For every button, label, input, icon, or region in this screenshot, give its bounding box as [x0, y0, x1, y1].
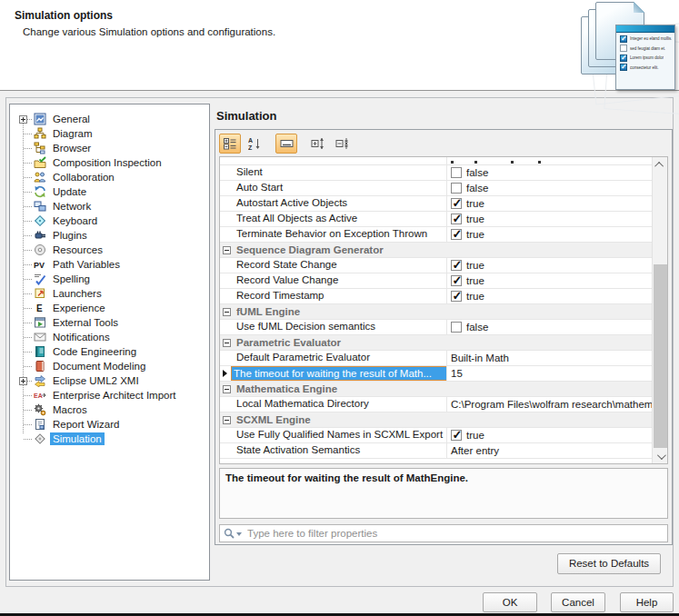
property-row[interactable]: Treat All Objects as Active true [220, 212, 652, 227]
expand-plus-icon[interactable] [19, 377, 27, 385]
property-row[interactable]: Silent false [220, 165, 652, 181]
property-row[interactable]: Autostart Active Objects true [220, 196, 652, 212]
property-row-clipped[interactable] [220, 157, 652, 165]
property-value-text: true [466, 198, 484, 209]
filter-field[interactable] [219, 524, 668, 542]
svg-text:Z: Z [248, 144, 253, 151]
tree-item-code-engineering[interactable]: Code Engineering [10, 344, 209, 359]
tree-item-plugins[interactable]: Plugins [10, 228, 209, 243]
property-row[interactable]: Default Parametric Evaluator Built-in Ma… [220, 351, 652, 366]
checklist-card-icon: Integer eu eland mollis. sed feugiat dia… [615, 25, 675, 90]
scroll-down-button[interactable] [653, 449, 668, 463]
tree-item-resources[interactable]: Resources [10, 243, 209, 257]
property-row[interactable]: Record Timestamp true [220, 289, 652, 304]
tree-item-external-tools[interactable]: External Tools [10, 315, 209, 330]
tree-item-label: Document Modeling [50, 360, 148, 373]
property-name: Use Fully Qualified Names in SCXML Expor… [220, 428, 447, 442]
checkbox-checked-icon[interactable] [451, 229, 462, 240]
checkbox-checked-icon[interactable] [451, 260, 462, 271]
show-description-button[interactable] [275, 134, 297, 154]
tree-item-browser[interactable]: Browser [10, 141, 209, 155]
group-row[interactable]: Parametric Evaluator [220, 335, 652, 351]
checkbox-unchecked-icon[interactable] [451, 322, 462, 333]
help-button[interactable]: Help [620, 592, 674, 612]
checkbox-checked-icon[interactable] [451, 214, 462, 224]
property-row[interactable]: Use Fully Qualified Names in SCXML Expor… [220, 428, 652, 443]
network-icon [34, 200, 46, 213]
checkbox-checked-icon[interactable] [451, 198, 462, 209]
collapse-all-icon [335, 137, 350, 150]
tree-item-notifications[interactable]: Notifications [10, 330, 209, 344]
filter-dropdown-arrow-icon[interactable] [236, 532, 242, 536]
property-name: Use fUML Decision semantics [220, 320, 447, 334]
reset-to-defaults-button[interactable]: Reset to Defaults [557, 553, 661, 574]
tree-item-general[interactable]: General [10, 112, 209, 126]
collapse-minus-icon[interactable] [223, 339, 231, 347]
tree-item-experience[interactable]: E Experience [10, 301, 209, 315]
property-row[interactable]: Record State Change true [220, 258, 652, 273]
checkbox-checked-icon[interactable] [451, 291, 462, 302]
tree-item-keyboard[interactable]: Keyboard [10, 214, 209, 228]
tree-item-label: Launchers [50, 287, 105, 300]
property-name: Auto Start [220, 181, 447, 195]
property-name: Record State Change [220, 258, 447, 273]
checked-box-icon [620, 55, 627, 62]
categorized-view-button[interactable] [219, 134, 241, 154]
tree-item-spelling[interactable]: Spelling [10, 272, 209, 286]
tree-item-network[interactable]: Network [10, 199, 209, 214]
keyboard-icon [34, 214, 46, 227]
cancel-button[interactable]: Cancel [551, 592, 605, 612]
property-row[interactable]: Auto Start false [220, 181, 652, 196]
collapse-minus-icon[interactable] [223, 246, 231, 254]
tree-item-macros[interactable]: Macros [10, 402, 209, 417]
code-book-icon [34, 345, 46, 358]
tree-item-diagram[interactable]: Diagram [10, 126, 209, 141]
disc-icon [34, 243, 46, 256]
group-row[interactable]: fUML Engine [220, 304, 652, 320]
clipped-text-fragment [451, 161, 454, 164]
vertical-scrollbar[interactable] [652, 157, 667, 463]
tree-item-simulation[interactable]: Simulation [10, 432, 209, 446]
property-row[interactable]: Record Value Change true [220, 273, 652, 289]
ea-text-icon: EA [34, 389, 46, 402]
property-row[interactable]: Terminate Behavior on Exception Thrown t… [220, 227, 652, 243]
filter-input[interactable] [247, 528, 664, 539]
checkbox-checked-icon[interactable] [451, 275, 462, 286]
tree-item-label: Enterprise Architect Import [50, 389, 179, 402]
tree-item-launchers[interactable]: Launchers [10, 286, 209, 301]
tree-item-label: Report Wizard [50, 418, 123, 431]
property-row[interactable]: State Activation Semantics After entry [220, 443, 652, 459]
checkbox-unchecked-icon[interactable] [451, 167, 462, 178]
property-row[interactable]: Use fUML Decision semantics false [220, 320, 652, 335]
expand-plus-icon[interactable] [19, 115, 27, 124]
tree-item-collaboration[interactable]: Collaboration [10, 170, 209, 184]
property-row-selected[interactable]: The timeout for waiting the result of Ma… [220, 366, 652, 382]
collapse-minus-icon[interactable] [223, 416, 231, 424]
property-name [220, 157, 447, 164]
collapse-minus-icon[interactable] [223, 385, 231, 393]
collapse-minus-icon[interactable] [223, 308, 231, 316]
spellcheck-icon [34, 273, 46, 285]
tree-item-label: Simulation [50, 432, 105, 445]
tree-item-document-modeling[interactable]: Document Modeling [10, 359, 209, 373]
selected-property-name: The timeout for waiting the result of Ma… [231, 366, 447, 381]
tree-item-eclipse-uml2-xmi[interactable]: Eclipse UML2 XMI [10, 373, 209, 388]
tree-item-path-variables[interactable]: PV Path Variables [10, 257, 209, 272]
sort-alphabetically-button[interactable]: AZ [244, 134, 265, 154]
ok-button[interactable]: OK [483, 592, 537, 612]
tree-item-composition-inspection[interactable]: Composition Inspection [10, 155, 209, 170]
scroll-up-button[interactable] [653, 157, 668, 172]
property-row[interactable]: Local Mathematica Directory C:\Program F… [220, 397, 652, 412]
group-row[interactable]: Mathematica Engine [220, 382, 652, 397]
group-row[interactable]: SCXML Engine [220, 412, 652, 428]
tree-item-enterprise-architect-import[interactable]: EA Enterprise Architect Import [10, 388, 209, 402]
checkbox-checked-icon[interactable] [451, 430, 462, 441]
group-row[interactable]: Sequence Diagram Generator [220, 243, 652, 258]
tree-item-report-wizard[interactable]: Report Wizard [10, 417, 209, 432]
expand-all-icon [311, 137, 325, 150]
scrollbar-thumb[interactable] [654, 264, 667, 448]
collapse-all-button[interactable] [332, 134, 354, 154]
checkbox-unchecked-icon[interactable] [451, 183, 462, 194]
tree-item-update[interactable]: Update [10, 184, 209, 199]
expand-all-button[interactable] [307, 134, 329, 154]
